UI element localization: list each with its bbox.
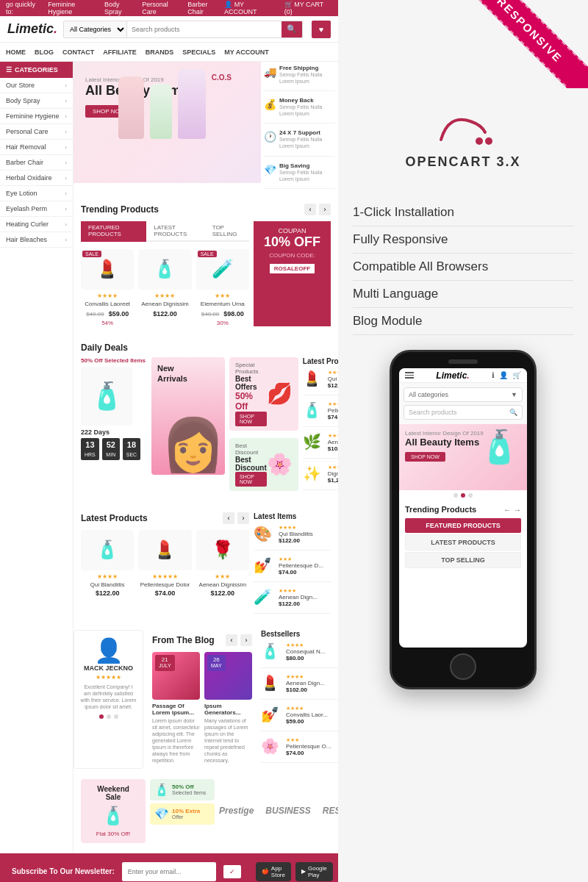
- offer-text-1: Special Products Best Offers 50% Off SHO…: [235, 362, 267, 426]
- nav-blog[interactable]: BLOG: [35, 49, 54, 56]
- quick-link-4[interactable]: Barber Chair: [187, 1, 224, 15]
- lp-img-1: 🧴: [81, 530, 134, 570]
- latest-products-title: Latest Products: [303, 357, 338, 365]
- trending-header: Trending Products ‹ ›: [81, 204, 331, 215]
- weekend-subtitle: Flat 30% Off!: [87, 831, 140, 837]
- top-bar-right: 👤 MY ACCOUNT 🛒 MY CART (0): [224, 1, 332, 15]
- nav-affiliate[interactable]: AFFILIATE: [103, 49, 136, 56]
- features-list: 1-Click Installation Fully Responsive Co…: [338, 199, 588, 335]
- bs-name-2: Aenean Dign...: [286, 680, 325, 686]
- svg-point-1: [485, 137, 492, 145]
- trending-next[interactable]: ›: [319, 204, 331, 215]
- sidebar-item-body-spray[interactable]: Body Spray›: [0, 93, 73, 109]
- sidebar-item-barber[interactable]: Barber Chair›: [0, 155, 73, 171]
- nav-contact[interactable]: CONTACT: [62, 49, 94, 56]
- right-panel: RESPONSIVE OPENCART 3.X 1-Click Installa…: [338, 0, 588, 882]
- phone-home-button[interactable]: [450, 653, 476, 680]
- tab-top[interactable]: TOP SELLING: [205, 221, 249, 242]
- phone-categories-select[interactable]: All categories ▼: [404, 387, 523, 402]
- newsletter-bar: Subscribe To Our Newsletter: ✓ 🍎 App Sto…: [0, 853, 338, 882]
- phone-cart-icon[interactable]: 🛒: [512, 371, 521, 379]
- cart-link[interactable]: 🛒 MY CART (0): [284, 1, 332, 15]
- nav-home[interactable]: HOME: [6, 49, 26, 56]
- testimonial-blog-row: 👤 MACK JECKNO ★★★★★ Excellent Company! I…: [74, 630, 338, 773]
- sidebar-item-hair-bleach[interactable]: Hair Bleaches›: [0, 232, 73, 248]
- best-offers-btn[interactable]: SHOP NOW: [235, 412, 267, 426]
- phone-hero: Latest Interior Design Of 2019 All Beaut…: [399, 424, 527, 490]
- phone-action-icons: ℹ 👤 🛒: [492, 371, 521, 379]
- li-stars-2: ★★★: [279, 556, 323, 562]
- phone-search-input[interactable]: Search products 🔍: [404, 405, 523, 420]
- li-info-1: ★★★★ Qui Blandiitis $122.00: [279, 525, 313, 544]
- opencart-logo-svg: [353, 110, 573, 148]
- logo: Limetic.: [7, 21, 57, 37]
- googleplay-btn[interactable]: ▶ Google Play: [295, 862, 333, 881]
- blog-prev[interactable]: ‹: [226, 634, 237, 646]
- sidebar-item-personal[interactable]: Personal Care›: [0, 124, 73, 140]
- search-input[interactable]: [127, 21, 282, 37]
- latest-price-4: $1,202.00: [328, 477, 338, 484]
- main-content: Latest Interior Design Of 2019 All Beaut…: [74, 62, 338, 853]
- appstore-btn[interactable]: 🍎 App Store: [256, 862, 291, 881]
- phone-dot-1[interactable]: [453, 493, 458, 498]
- sidebar-item-heating[interactable]: Heating Curler›: [0, 217, 73, 232]
- phone-next-arrow[interactable]: →: [514, 506, 521, 514]
- blog-header: From The Blog ‹ ›: [152, 634, 252, 646]
- top-bar-left: go quickly to: Feminine Hygiene Body Spr…: [6, 1, 224, 15]
- phone-prev-arrow[interactable]: ←: [503, 506, 511, 514]
- phone-dot-2[interactable]: [461, 493, 465, 498]
- sidebar-item-eyelash[interactable]: Eyelash Perm›: [0, 201, 73, 217]
- hero-bottle-3: [178, 69, 206, 139]
- product-name-1: Convallis Laoreet: [81, 301, 134, 307]
- phone-tab-top[interactable]: TOP SELLING: [405, 552, 521, 568]
- latest-name-3: Aenean Dign...: [328, 439, 338, 445]
- quick-link-1[interactable]: Feminine Hygiene: [48, 1, 100, 15]
- feature-line-1: 1-Click Installation: [353, 199, 573, 226]
- newsletter-input[interactable]: [122, 862, 216, 881]
- nav-brands[interactable]: BRANDS: [146, 49, 174, 56]
- sidebar-item-our-store[interactable]: Our Store›: [0, 78, 73, 93]
- lp-prev[interactable]: ‹: [223, 512, 234, 524]
- phone-info-icon[interactable]: ℹ: [492, 371, 495, 379]
- sale-badge-1: SALE: [82, 251, 101, 257]
- search-button[interactable]: 🔍: [282, 21, 302, 37]
- li-img-3: 🧪: [254, 588, 276, 607]
- blog-next[interactable]: ›: [240, 634, 252, 646]
- phone-shop-btn[interactable]: SHOP NOW: [405, 452, 445, 462]
- phone-hamburger[interactable]: [405, 372, 414, 379]
- trending-prev[interactable]: ‹: [304, 204, 316, 215]
- category-select[interactable]: All Categories: [64, 21, 127, 37]
- sidebar-item-eye[interactable]: Eye Lotion›: [0, 186, 73, 201]
- latest-img-1: 💄: [303, 370, 325, 389]
- phone-tab-featured[interactable]: FEATURED PRODUCTS: [405, 518, 521, 533]
- best-offers-col: Special Products Best Offers 50% Off SHO…: [229, 357, 298, 496]
- lp-next[interactable]: ›: [237, 512, 249, 524]
- nav-specials[interactable]: SPECIALS: [182, 49, 215, 56]
- sidebar-item-herbal[interactable]: Herbal Oxidaire›: [0, 171, 73, 186]
- tab-latest[interactable]: LATEST PRODUCTS: [146, 221, 204, 242]
- deals-content: 50% Off Selected Items 🧴 222 Days 13 HRS…: [81, 357, 331, 496]
- newsletter-submit[interactable]: ✓: [223, 865, 241, 878]
- li-info-3: ★★★★ Aenean Dign... $122.00: [279, 588, 318, 607]
- saving-icon: 💎: [264, 164, 276, 176]
- lp-img-2: 💄: [138, 530, 191, 570]
- phone-search-icon: 🔍: [509, 409, 517, 416]
- phone-dot-3[interactable]: [468, 493, 473, 498]
- nav-myaccount[interactable]: MY ACCOUNT: [224, 49, 269, 56]
- sidebar-item-feminine[interactable]: Feminine Hygiene›: [0, 109, 73, 124]
- phone-user-icon[interactable]: 👤: [499, 371, 508, 379]
- bs-name-1: Consequat N...: [286, 648, 325, 655]
- discount-btn[interactable]: SHOP NOW: [235, 472, 267, 487]
- extra-sale-cards: 🧴 50% Off Selected Items 💎 10% Extra Off…: [150, 779, 215, 843]
- phone-tab-latest[interactable]: LATEST PRODUCTS: [405, 534, 521, 551]
- li-stars-1: ★★★★: [279, 525, 313, 531]
- header: Limetic. All Categories 🔍 ♥: [0, 16, 338, 43]
- my-account-link[interactable]: 👤 MY ACCOUNT: [224, 1, 277, 15]
- wishlist-button[interactable]: ♥: [312, 21, 331, 38]
- sidebar-item-hair-removal[interactable]: Hair Removal›: [0, 140, 73, 155]
- tab-featured[interactable]: FEATURED PRODUCTS: [81, 221, 146, 242]
- hero-banner: Latest Interior Design Of 2019 All Beaut…: [74, 62, 261, 183]
- quick-link-2[interactable]: Body Spray: [104, 1, 137, 15]
- quick-link-3[interactable]: Personal Care: [142, 1, 183, 15]
- offer-product-1: 💋: [267, 381, 293, 406]
